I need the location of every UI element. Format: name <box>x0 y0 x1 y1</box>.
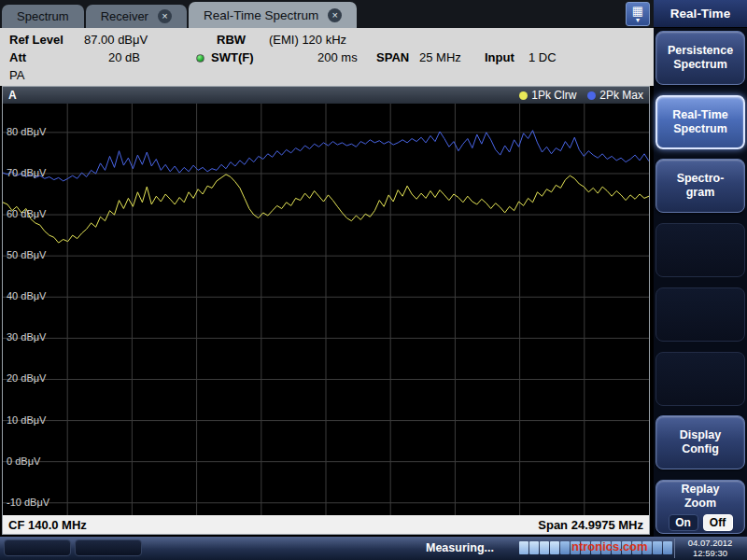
y-tick-label: 50 dBμV <box>7 249 46 260</box>
tab-receiver[interactable]: Receiver× <box>86 5 187 28</box>
plot-svg <box>3 104 649 515</box>
status-led-icon <box>196 54 204 63</box>
progress-segment <box>540 541 549 554</box>
instrument-screen: SpectrumReceiver×Real-Time Spectrum× ▦ ▾… <box>0 0 747 560</box>
legend-item[interactable]: 2Pk Max <box>587 89 643 102</box>
y-tick-label: 20 dBμV <box>7 372 46 384</box>
att-label: Att <box>9 50 26 64</box>
trace-name: 2Pk Max <box>599 89 643 102</box>
softkey-label: Persistence Spectrum <box>668 44 733 72</box>
input-label: Input <box>485 50 514 64</box>
tab-label: Real-Time Spectrum <box>204 8 318 22</box>
swt-value[interactable]: 200 ms <box>317 50 358 64</box>
att-value[interactable]: 20 dB <box>108 50 140 64</box>
tab-strip: SpectrumReceiver×Real-Time Spectrum× <box>0 0 654 28</box>
y-tick-label: -10 dBμV <box>7 497 49 508</box>
tab-label: Spectrum <box>17 9 69 23</box>
main-column: SpectrumReceiver×Real-Time Spectrum× ▦ ▾… <box>0 0 654 537</box>
rbw-label: RBW <box>217 33 246 47</box>
progress-segment <box>529 541 539 554</box>
preamp-indicator: PA <box>9 68 24 82</box>
swt-label: SWT(F) <box>211 50 253 64</box>
tab-real-time-spectrum[interactable]: Real-Time Spectrum× <box>189 2 357 28</box>
progress-segment <box>519 541 529 554</box>
date-text: 04.07.2012 <box>675 539 745 549</box>
y-tick-label: 30 dBμV <box>7 331 46 343</box>
settings-header: Ref Level 87.00 dBμV RBW (EMI) 120 kHz A… <box>0 28 654 86</box>
legend-item[interactable]: 1Pk Clrw <box>519 89 576 102</box>
trace-legend: 1Pk Clrw2Pk Max <box>519 89 643 102</box>
softkey-label: Real-Time Spectrum <box>672 108 728 136</box>
chart-footer: CF 140.0 MHz Span 24.9975 MHz <box>3 515 649 534</box>
y-tick-label: 40 dBμV <box>7 290 46 301</box>
watermark-text: ntronics.com <box>571 539 648 553</box>
softkey-label: Spectro- gram <box>677 172 725 200</box>
span-value[interactable]: 25 MHz <box>419 50 461 64</box>
softkey-sidebar: Real-Time Persistence SpectrumReal-Time … <box>654 0 747 537</box>
softkey-replay-zoom[interactable]: Replay ZoomOnOff <box>655 480 745 534</box>
softkey-menu: Persistence SpectrumReal-Time SpectrumSp… <box>655 31 745 534</box>
span-label: SPAN <box>376 50 409 64</box>
status-button-2[interactable] <box>75 539 142 556</box>
window-label: A <box>8 89 17 102</box>
toggle-option-off[interactable]: Off <box>703 514 733 531</box>
center-frequency-readout[interactable]: CF 140.0 MHz <box>8 518 87 532</box>
grid-icon: ▦ <box>632 6 643 17</box>
y-tick-label: 80 dBμV <box>7 126 46 137</box>
time-text: 12:59:30 <box>675 549 745 559</box>
y-tick-label: 10 dBμV <box>7 414 46 426</box>
input-value[interactable]: 1 DC <box>529 50 557 64</box>
tab-label: Receiver <box>101 9 148 23</box>
softkey-label: Replay Zoom <box>682 483 720 511</box>
datetime-display: 04.07.2012 12:59:30 <box>674 539 745 558</box>
plot-area[interactable]: 80 dBμV70 dBμV60 dBμV50 dBμV40 dBμV30 dB… <box>3 104 649 515</box>
softkey-empty-3 <box>655 352 745 406</box>
trace-color-dot <box>587 91 596 100</box>
tab-spectrum[interactable]: Spectrum <box>2 5 84 28</box>
measuring-status: Measuring... <box>426 541 494 554</box>
spectrum-chart-panel: A 1Pk Clrw2Pk Max 80 dBμV70 dBμV60 dBμV5… <box>2 86 650 535</box>
ref-level-value[interactable]: 87.00 dBμV <box>84 33 148 47</box>
softkey-real-time-spectrum[interactable]: Real-Time Spectrum <box>655 95 745 149</box>
y-tick-label: 70 dBμV <box>7 167 46 178</box>
softkey-empty-1 <box>655 223 745 277</box>
softkey-label: Display Config <box>680 428 721 456</box>
chevron-down-icon: ▾ <box>636 17 640 23</box>
toggle-option-on[interactable]: On <box>669 514 698 531</box>
tab-close-icon[interactable]: × <box>328 8 342 22</box>
progress-segment <box>550 541 559 554</box>
softkey-menu-title: Real-Time <box>654 0 747 28</box>
status-button-1[interactable] <box>4 539 71 556</box>
progress-segment <box>560 541 570 554</box>
trace-name: 1Pk Clrw <box>531 89 576 102</box>
softkey-display-config[interactable]: Display Config <box>655 415 745 469</box>
y-tick-label: 0 dBμV <box>7 455 40 467</box>
y-tick-label: 60 dBμV <box>7 208 46 219</box>
trace-color-dot <box>519 91 528 100</box>
softkey-empty-2 <box>655 287 745 342</box>
window-layout-icon[interactable]: ▦ ▾ <box>626 2 650 26</box>
on-off-toggle: OnOff <box>669 514 733 531</box>
softkey-spectrogram[interactable]: Spectro- gram <box>655 159 745 213</box>
span-readout[interactable]: Span 24.9975 MHz <box>538 518 643 532</box>
ref-level-label: Ref Level <box>9 33 63 47</box>
progress-segment <box>663 541 672 554</box>
progress-segment <box>653 541 662 554</box>
softkey-persistence-spectrum[interactable]: Persistence Spectrum <box>655 31 745 85</box>
chart-header: A 1Pk Clrw2Pk Max <box>3 87 649 104</box>
tab-close-icon[interactable]: × <box>158 9 172 23</box>
rbw-value[interactable]: (EMI) 120 kHz <box>269 33 346 47</box>
